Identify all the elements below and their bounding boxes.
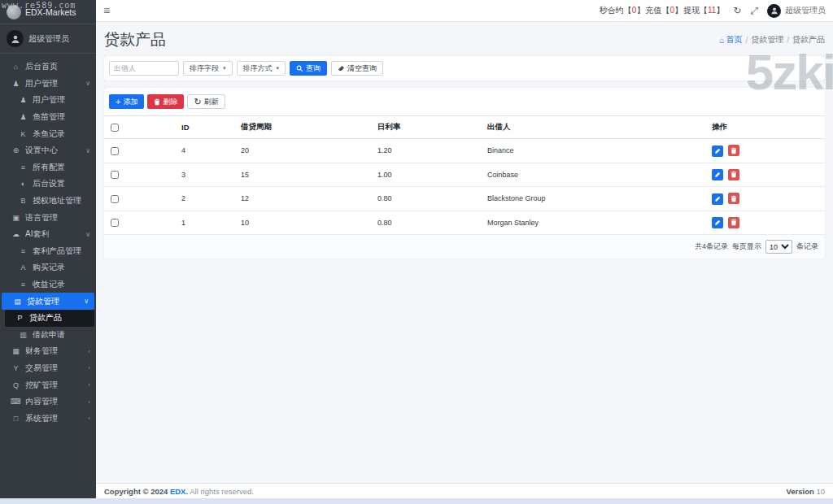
- menu-toggle-icon[interactable]: ≡: [103, 5, 110, 16]
- table-row: 2 12 0.80 Blackstone Group: [104, 187, 825, 211]
- row-checkbox[interactable]: [111, 147, 119, 155]
- sidebar-item-trade[interactable]: Y 交易管理 ‹: [0, 360, 96, 377]
- topbar-user-menu[interactable]: 超级管理员: [767, 4, 826, 18]
- pencil-icon: [714, 196, 721, 202]
- breadcrumb-separator: /: [745, 36, 748, 45]
- select-all-checkbox[interactable]: [111, 124, 119, 132]
- sidebar-item-user[interactable]: ♟ 用户管理: [0, 92, 96, 109]
- breadcrumb-item-2: 贷款管理: [751, 34, 783, 46]
- version-label: Version: [786, 487, 813, 496]
- delete-row-button[interactable]: [728, 193, 739, 204]
- chevron-down-icon: ▾: [277, 65, 280, 72]
- content: 5zki 贷款产品 ⌂首页/贷款管理/贷款产品 排序字段▾ 排序方式▾ 查询 清…: [96, 23, 833, 483]
- refresh-button[interactable]: ↻刷新: [187, 94, 225, 109]
- header-select-all: [104, 116, 175, 139]
- users-icon: ♟: [11, 80, 21, 88]
- loan-products-card: +添加 删除 ↻刷新 ID 借贷周期 日利率 出借人 操作 4: [104, 88, 825, 259]
- sidebar-item-list[interactable]: ≡ 套利产品管理: [0, 243, 96, 260]
- list-icon: ≡: [18, 163, 28, 172]
- refresh-icon[interactable]: ↻: [733, 6, 741, 15]
- sidebar-item-finance[interactable]: ▦ 财务管理 ‹: [0, 343, 96, 360]
- sidebar-item-home[interactable]: ⌂ 后台首页: [0, 59, 96, 76]
- edit-row-button[interactable]: [712, 217, 723, 228]
- cell-rate: 0.80: [371, 211, 481, 235]
- chevron-left-icon: ‹: [85, 348, 90, 355]
- user-icon: ♟: [18, 96, 28, 104]
- chevron-left-icon: ‹: [85, 415, 90, 422]
- row-checkbox[interactable]: [111, 219, 119, 227]
- header-actions: 操作: [705, 116, 825, 139]
- edit-row-button[interactable]: [712, 169, 723, 180]
- gears-icon: ⊛: [11, 146, 21, 154]
- delete-row-button[interactable]: [728, 169, 739, 180]
- add-button[interactable]: +添加: [109, 94, 144, 109]
- clear-search-button[interactable]: 清空查询: [331, 61, 383, 76]
- stat-badge: 提现【11】: [683, 5, 724, 16]
- sidebar-item-users[interactable]: ♟ 用户管理 ∨: [0, 76, 96, 93]
- table-header-row: ID 借贷周期 日利率 出借人 操作: [104, 116, 825, 139]
- brand[interactable]: EDX-Markets: [0, 0, 96, 24]
- sort-field-dropdown[interactable]: 排序字段▾: [183, 61, 233, 76]
- sidebar-item-language[interactable]: ▣ 语言管理: [0, 209, 96, 226]
- cell-lender: Coinbase: [481, 163, 705, 187]
- sidebar: EDX-Markets 超级管理员 ⌂ 后台首页 ♟ 用户管理 ∨ ♟ 用户管理…: [0, 0, 96, 498]
- table-row: 1 10 0.80 Morgan Stanley: [104, 211, 825, 235]
- lender-search-input[interactable]: [109, 61, 179, 76]
- cell-lender: Blackstone Group: [481, 187, 705, 211]
- cell-lender: Morgan Stanley: [481, 211, 705, 235]
- sidebar-item-system[interactable]: □ 系统管理 ‹: [0, 410, 96, 427]
- sidebar-item-a-letter[interactable]: A 购买记录: [0, 259, 96, 276]
- delete-button-label: 删除: [163, 97, 177, 107]
- sidebar-item-money[interactable]: ▤ 贷款管理 ∨: [2, 293, 94, 310]
- cell-period: 20: [234, 139, 371, 163]
- sidebar-item-gears[interactable]: ⊛ 设置中心 ∨: [0, 142, 96, 159]
- sidebar-item-content[interactable]: ⌨ 内容管理 ‹: [0, 393, 96, 411]
- sidebar-item-users-group[interactable]: ♟ 鱼苗管理: [0, 109, 96, 126]
- loan-products-table: ID 借贷周期 日利率 出借人 操作 4 20 1.20 Binance 3 1…: [104, 115, 825, 235]
- sidebar-item-adjust[interactable]: ◐ 后台设置: [0, 176, 96, 193]
- breadcrumb-item-1[interactable]: ⌂首页: [719, 34, 742, 46]
- breadcrumb-separator: /: [787, 36, 789, 45]
- row-checkbox[interactable]: [111, 195, 119, 203]
- page-title: 贷款产品: [104, 29, 166, 50]
- sidebar-item-cloud[interactable]: ☁ AI套利 ∨: [0, 226, 96, 243]
- topbar-stats: 秒合约【0】充值【0】提现【11】: [600, 5, 725, 16]
- delete-row-button[interactable]: [728, 145, 739, 156]
- table-toolbar: +添加 删除 ↻刷新: [104, 88, 825, 115]
- sidebar-item-p-circle[interactable]: P 贷款产品: [5, 310, 94, 327]
- sidebar-user-panel[interactable]: 超级管理员: [0, 24, 96, 54]
- version-number: 10: [816, 487, 825, 496]
- user-avatar-icon: [7, 30, 24, 47]
- header-rate: 日利率: [371, 116, 481, 139]
- cell-lender: Binance: [481, 139, 705, 163]
- total-records: 共4条记录: [695, 241, 728, 252]
- add-button-label: 添加: [123, 97, 137, 107]
- brand-logo-icon: [7, 5, 21, 20]
- card-icon: ▥: [18, 331, 28, 339]
- sidebar-item-list[interactable]: ≡ 所有配置: [0, 159, 96, 176]
- sidebar-item-list-check[interactable]: ≡ 收益记录: [0, 276, 96, 293]
- home-icon: ⌂: [719, 36, 724, 45]
- sidebar-item-k-letter[interactable]: K 杀鱼记录: [0, 125, 96, 142]
- p-circle-icon: P: [15, 314, 25, 322]
- list-icon: ≡: [18, 247, 28, 255]
- trash-icon: [154, 98, 160, 106]
- search-button[interactable]: 查询: [290, 61, 327, 76]
- per-page-select[interactable]: 10: [765, 240, 792, 254]
- delete-button[interactable]: 删除: [147, 94, 184, 109]
- a-letter-icon: A: [18, 263, 28, 272]
- edit-row-button[interactable]: [712, 146, 723, 157]
- sidebar-item-b-letter[interactable]: B 授权地址管理: [0, 193, 96, 210]
- delete-row-button[interactable]: [728, 217, 739, 228]
- content-icon: ⌨: [11, 398, 21, 406]
- sidebar-item-mining[interactable]: Q 挖矿管理 ‹: [0, 376, 96, 393]
- fullscreen-icon[interactable]: ⤢: [750, 6, 758, 15]
- row-checkbox[interactable]: [111, 171, 119, 179]
- plus-icon: +: [116, 98, 120, 106]
- adjust-icon: ◐: [18, 180, 28, 188]
- eraser-icon: [338, 65, 345, 72]
- edit-row-button[interactable]: [712, 193, 723, 205]
- rights-text: All rights reserved.: [190, 487, 254, 496]
- sidebar-item-card[interactable]: ▥ 借款申请: [0, 327, 96, 344]
- sort-order-dropdown[interactable]: 排序方式▾: [237, 61, 286, 76]
